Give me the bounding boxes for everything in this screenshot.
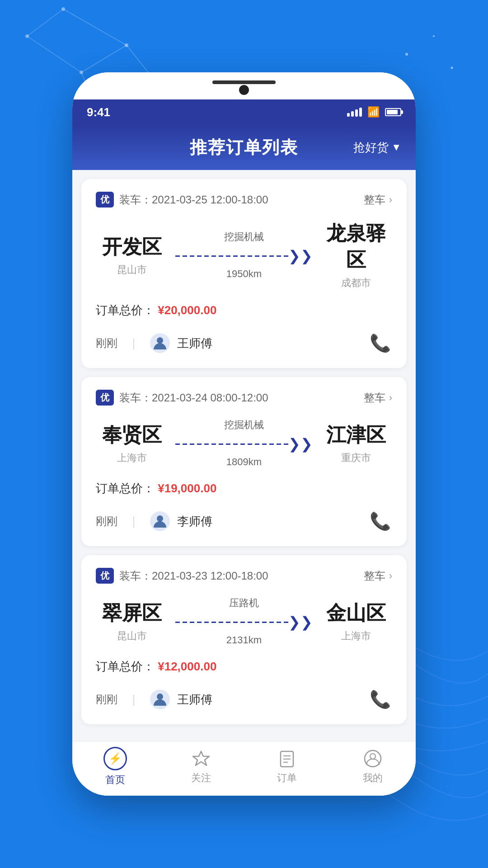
price-row-3: 订单总价： ¥12,000.00	[96, 659, 392, 675]
distance-1: 1950km	[226, 268, 262, 280]
svg-line-0	[27, 36, 81, 72]
divider-1: ｜	[128, 336, 139, 350]
bottom-navigation: ⚡ 首页 关注 订单	[72, 741, 416, 796]
load-time-1: 装车：2021-03-25 12:00-18:00	[119, 193, 268, 207]
chevron-right-icon-3: ›	[389, 570, 392, 582]
cargo-type-2: 挖掘机械	[224, 418, 264, 432]
driver-avatar-1	[150, 333, 170, 353]
phone-icon-3: 📞	[370, 689, 391, 709]
phone-icon-2: 📞	[370, 511, 391, 531]
svg-point-17	[157, 515, 163, 522]
time-ago-3: 刚刚	[96, 692, 117, 707]
route-section-2: 奉贤区 上海市 挖掘机械 ❯❯ 1809km 江津区 重庆市	[96, 418, 392, 468]
order-list: 优 装车：2021-03-25 12:00-18:00 整车 › 开发区 昆山市…	[72, 170, 416, 741]
phone-icon-1: 📞	[370, 333, 391, 353]
svg-point-12	[405, 53, 408, 56]
cargo-type-3: 压路机	[229, 596, 259, 610]
time-ago-2: 刚刚	[96, 514, 117, 528]
svg-point-14	[451, 67, 453, 69]
route-section-1: 开发区 昆山市 挖掘机械 ❯❯ 1950km 龙泉驿区 成都市	[96, 220, 392, 290]
divider-3: ｜	[128, 692, 139, 707]
nav-label-profile: 我的	[363, 771, 383, 785]
load-time-2: 装车：2021-03-24 08:00-12:00	[119, 391, 268, 405]
svg-line-4	[63, 9, 127, 45]
orders-icon	[277, 749, 297, 769]
card-type-1: 整车 ›	[364, 193, 392, 207]
call-button-3[interactable]: 📞	[368, 687, 392, 712]
load-time-3: 装车：2021-03-23 12:00-18:00	[119, 569, 268, 583]
svg-point-8	[125, 43, 128, 47]
phone-top	[72, 72, 416, 99]
order-card-3[interactable]: 优 装车：2021-03-23 12:00-18:00 整车 › 翠屏区 昆山市…	[81, 555, 407, 724]
signal-icon	[347, 108, 362, 117]
order-card-2[interactable]: 优 装车：2021-03-24 08:00-12:00 整车 › 奉贤区 上海市…	[81, 377, 407, 546]
price-row-1: 订单总价： ¥20,000.00	[96, 302, 392, 318]
route-line-1: ❯❯	[175, 247, 313, 264]
nav-item-orders[interactable]: 订单	[255, 749, 319, 785]
to-location-1: 龙泉驿区 成都市	[320, 220, 392, 290]
status-time: 9:41	[87, 105, 110, 119]
to-location-2: 江津区 重庆市	[320, 422, 392, 465]
distance-2: 1809km	[226, 456, 262, 468]
svg-point-16	[157, 337, 163, 344]
price-row-2: 订单总价： ¥19,000.00	[96, 481, 392, 496]
wifi-icon: 📶	[367, 106, 380, 118]
priority-badge-1: 优	[96, 192, 114, 208]
route-arrow-icon-2: ❯❯	[288, 435, 313, 453]
nav-label-orders: 订单	[277, 771, 297, 785]
chevron-right-icon-1: ›	[389, 194, 392, 206]
call-button-2[interactable]: 📞	[368, 509, 392, 533]
battery-icon	[385, 108, 401, 116]
follow-icon	[191, 749, 211, 769]
from-location-3: 翠屏区 昆山市	[96, 600, 168, 643]
driver-name-1: 王师傅	[177, 335, 212, 351]
nav-label-home: 首页	[105, 773, 125, 787]
chevron-right-icon-2: ›	[389, 392, 392, 404]
svg-point-7	[80, 71, 83, 74]
driver-avatar-2	[150, 511, 170, 531]
priority-badge-2: 优	[96, 390, 114, 406]
svg-line-3	[27, 9, 63, 36]
svg-point-13	[433, 35, 435, 37]
priority-badge-3: 优	[96, 568, 114, 584]
driver-avatar-3	[150, 689, 170, 709]
nav-item-home[interactable]: ⚡ 首页	[84, 747, 147, 787]
app-header: 推荐订单列表 抢好货 ▼	[72, 125, 416, 170]
card-header-3: 优 装车：2021-03-23 12:00-18:00 整车 ›	[96, 568, 392, 584]
card-header-left-2: 优 装车：2021-03-24 08:00-12:00	[96, 390, 268, 406]
grab-goods-button[interactable]: 抢好货 ▼	[353, 140, 401, 156]
card-header-left-1: 优 装车：2021-03-25 12:00-18:00	[96, 192, 268, 208]
card-type-2: 整车 ›	[364, 391, 392, 405]
notch-bar	[212, 80, 276, 84]
distance-3: 2131km	[226, 634, 262, 646]
camera-dot	[239, 85, 249, 95]
from-location-1: 开发区 昆山市	[96, 234, 168, 277]
driver-row-3: 刚刚 ｜ 王师傅 📞	[96, 687, 392, 712]
status-bar: 9:41 📶	[72, 99, 416, 125]
svg-point-10	[61, 7, 65, 11]
svg-line-1	[81, 45, 127, 72]
nav-item-follow[interactable]: 关注	[169, 749, 233, 785]
nav-label-follow: 关注	[191, 771, 211, 785]
route-line-3: ❯❯	[175, 613, 313, 631]
call-button-1[interactable]: 📞	[368, 331, 392, 355]
page-title: 推荐订单列表	[190, 136, 298, 159]
price-value-2: ¥19,000.00	[158, 481, 216, 495]
profile-icon	[363, 749, 383, 769]
phone-frame: 9:41 📶 推荐订单列表 抢好货 ▼ 优	[72, 72, 416, 796]
home-icon: ⚡	[108, 752, 122, 765]
route-section-3: 翠屏区 昆山市 压路机 ❯❯ 2131km 金山区 上海市	[96, 596, 392, 646]
nav-item-profile[interactable]: 我的	[341, 749, 404, 785]
status-icons: 📶	[347, 106, 401, 118]
svg-marker-19	[193, 751, 209, 765]
svg-point-25	[370, 754, 375, 759]
time-ago-1: 刚刚	[96, 336, 117, 350]
route-middle-2: 挖掘机械 ❯❯ 1809km	[168, 418, 320, 468]
driver-info-2: 刚刚 ｜ 李师傅	[96, 511, 212, 531]
card-type-3: 整车 ›	[364, 569, 392, 583]
order-card-1[interactable]: 优 装车：2021-03-25 12:00-18:00 整车 › 开发区 昆山市…	[81, 179, 407, 368]
card-header-left-3: 优 装车：2021-03-23 12:00-18:00	[96, 568, 268, 584]
price-value-1: ¥20,000.00	[158, 303, 216, 317]
route-middle-3: 压路机 ❯❯ 2131km	[168, 596, 320, 646]
driver-name-3: 王师傅	[177, 692, 212, 708]
